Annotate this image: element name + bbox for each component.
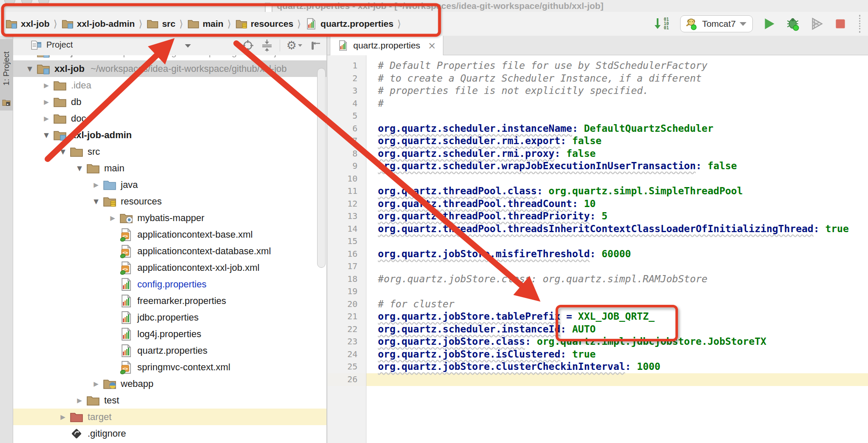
tree-row-quartz.properties[interactable]: quartz.properties: [13, 342, 326, 359]
code-line-10: [367, 173, 868, 185]
tree-row-mybatis-mapper[interactable]: ▶mybatis-mapper: [13, 210, 326, 226]
breadcrumb-item-xxl-job[interactable]: xxl-job: [5, 17, 50, 30]
expand-arrow-icon[interactable]: ▶: [40, 98, 53, 106]
tab-quartz-properties[interactable]: quartz.properties ×: [330, 36, 443, 55]
line-number: 12: [327, 198, 366, 210]
tree-item-label: applicationcontext-base.xml: [137, 229, 252, 240]
tree-item-label: .gitignore: [88, 428, 126, 439]
breadcrumb-item-quartz.properties[interactable]: quartz.properties: [305, 17, 394, 30]
module-folder-icon: [53, 128, 67, 142]
expand-arrow-icon[interactable]: ▶: [57, 413, 69, 421]
tree-row-xxl-job[interactable]: ▼xxl-job~/workspaces/idea-git-workspace/…: [13, 60, 326, 77]
code-line-20: # for cluster: [367, 298, 868, 311]
tree-row-.gitignore[interactable]: .gitignore: [13, 425, 326, 442]
tree-item-label: log4j.properties: [137, 329, 201, 340]
breadcrumb-label: main: [203, 19, 224, 29]
expand-arrow-icon[interactable]: ▶: [40, 82, 53, 89]
tree-item-label: webapp: [121, 378, 153, 389]
code-line-2: # to create a Quartz Scheduler Instance,…: [367, 72, 868, 85]
tree-row-src[interactable]: ▼src: [13, 143, 326, 160]
tree-item-label: freemarker.properties: [137, 295, 226, 307]
tree-row-xxl-job-admin[interactable]: ▼xxl-job-admin: [13, 127, 326, 143]
tree-row-target[interactable]: ▶target: [13, 409, 326, 425]
tree-row-webapp[interactable]: ▶webapp: [13, 375, 326, 392]
collapse-arrow-icon[interactable]: ▼: [57, 148, 69, 156]
breadcrumb-separator: ⟩: [397, 18, 401, 29]
line-number: 15: [327, 235, 366, 248]
tree-row-applicationcontext-database.xml[interactable]: <>applicationcontext-database.xml: [13, 243, 326, 259]
tree-row-log4j.properties[interactable]: log4j.properties: [13, 326, 326, 342]
expand-arrow-icon[interactable]: ▶: [40, 115, 53, 122]
tree-row-springmvc-context.xml[interactable]: <>springmvc-context.xml: [13, 359, 326, 375]
tree-item-label: quartz.properties: [137, 345, 207, 356]
properties-file-icon: [119, 327, 133, 341]
tree-row-doc[interactable]: ▶doc: [13, 110, 326, 127]
breadcrumb-item-src[interactable]: src: [146, 17, 176, 30]
gear-icon: ⚙: [286, 40, 297, 51]
chevron-down-icon: [298, 44, 302, 47]
line-number: 5: [327, 110, 366, 122]
tree-item-label: src: [88, 146, 100, 157]
code-line-3: # properties file is not explicitly spec…: [367, 85, 868, 97]
chevron-down-icon[interactable]: [185, 44, 191, 48]
tree-row-jdbc.properties[interactable]: jdbc.properties: [13, 309, 326, 326]
expand-arrow-icon[interactable]: ▶: [90, 181, 102, 189]
tree-item-label: jdbc.properties: [137, 312, 199, 323]
expand-arrow-icon[interactable]: ▶: [106, 214, 119, 222]
tree-row-main[interactable]: ▼main: [13, 160, 326, 176]
expand-arrow-icon[interactable]: ▶: [73, 397, 86, 404]
line-number: 26: [327, 373, 366, 386]
editor-tab-bar: quartz.properties ×: [327, 36, 868, 55]
tree-row-applicationcontext-xxl-job.xml[interactable]: <>applicationcontext-xxl-job.xml: [13, 259, 326, 276]
run-button[interactable]: [761, 16, 777, 31]
stop-button[interactable]: [833, 16, 848, 31]
tree-row-resources[interactable]: ▼resources: [13, 193, 326, 210]
tree-row-test[interactable]: ▶test: [13, 392, 326, 409]
hide-panel-button[interactable]: [309, 39, 321, 52]
spring-xml-icon: <>: [119, 227, 133, 242]
tree-row-config.properties[interactable]: config.properties: [13, 276, 326, 292]
locate-file-button[interactable]: [241, 39, 254, 52]
tree-row-db[interactable]: ▶db: [13, 94, 326, 110]
collapse-arrow-icon[interactable]: ▼: [23, 65, 36, 73]
project-tool-window-button[interactable]: 1: Project: [0, 39, 13, 111]
debug-button[interactable]: [785, 16, 800, 31]
expand-arrow-icon[interactable]: ▶: [90, 380, 102, 388]
tree-row-applicationcontext-base.xml[interactable]: <>applicationcontext-base.xml: [13, 226, 326, 243]
module-folder-icon: [61, 17, 74, 30]
run-with-coverage-button[interactable]: [809, 16, 824, 31]
toolbar-drag-handle[interactable]: [859, 15, 862, 33]
breadcrumb-item-main[interactable]: main: [187, 17, 224, 30]
breadcrumb-item-resources[interactable]: resources: [235, 17, 293, 30]
editor-gutter: 1234567891011121314151617181920212223242…: [327, 55, 366, 443]
tree-row-xxl-job[interactable]: ▼xxl-job~/workspaces/idea-git-workspace/…: [13, 55, 326, 60]
settings-gear-button[interactable]: ⚙: [286, 40, 302, 51]
tree-item-label: java: [121, 179, 138, 190]
breadcrumb-separator: ⟩: [297, 18, 301, 29]
tree-row-freemarker.properties[interactable]: freemarker.properties: [13, 292, 326, 309]
update-project-button[interactable]: 011001: [650, 16, 672, 31]
collapse-arrow-icon[interactable]: ▼: [40, 131, 53, 139]
project-panel-title[interactable]: Project: [46, 40, 73, 50]
project-tool-icon: [2, 98, 11, 107]
tree-row-java[interactable]: ▶java: [13, 176, 326, 193]
vcs-update-icon: [652, 17, 663, 31]
collapse-arrow-icon[interactable]: ▼: [90, 198, 102, 205]
tree-scrollbar[interactable]: [317, 68, 326, 268]
collapse-all-button[interactable]: [261, 39, 273, 52]
run-configuration-select[interactable]: Tomcat7: [680, 15, 753, 32]
tree-item-label: doc: [71, 113, 86, 124]
tree-item-label: xxl-job: [54, 63, 85, 74]
editor-code-area[interactable]: # Default Properties file for use by Std…: [367, 55, 868, 443]
collapse-arrow-icon[interactable]: ▼: [23, 55, 36, 56]
module-folder-icon: [36, 62, 51, 76]
folder-icon: [53, 95, 67, 109]
tree-row-.idea[interactable]: ▶.idea: [13, 77, 326, 94]
line-number: 25: [327, 361, 366, 373]
close-icon[interactable]: ×: [428, 40, 436, 51]
breadcrumb-item-xxl-job-admin[interactable]: xxl-job-admin: [61, 17, 135, 30]
properties-file-icon: [119, 277, 133, 292]
collapse-arrow-icon[interactable]: ▼: [73, 165, 86, 172]
line-number: 7: [327, 135, 366, 148]
code-editor[interactable]: 1234567891011121314151617181920212223242…: [327, 55, 868, 443]
